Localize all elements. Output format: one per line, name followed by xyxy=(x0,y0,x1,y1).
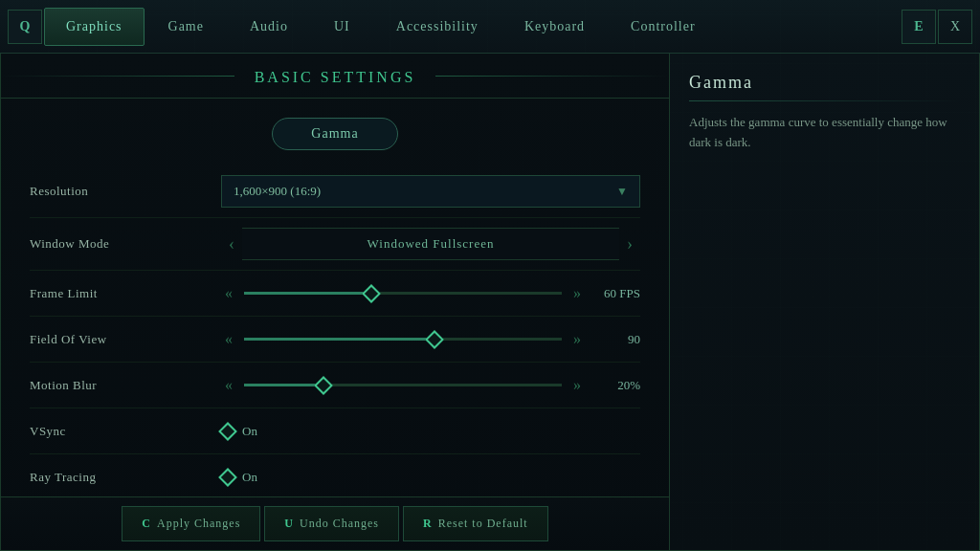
window-mode-label: Window Mode xyxy=(30,236,221,252)
ray-tracing-toggle-diamond[interactable] xyxy=(218,468,237,487)
motion-blur-label: Motion Blur xyxy=(30,378,221,393)
help-panel: Gamma Adjusts the gamma curve to essenti… xyxy=(670,54,980,551)
resolution-dropdown[interactable]: 1,600×900 (16:9) ▼ xyxy=(221,175,640,208)
resolution-label: Resolution xyxy=(30,184,221,199)
window-mode-selector: Windowed Fullscreen xyxy=(221,228,640,260)
motion-blur-thumb[interactable] xyxy=(314,376,333,395)
resolution-dropdown-arrow: ▼ xyxy=(616,185,628,199)
ray-tracing-toggle: On xyxy=(221,470,257,485)
window-mode-value: Windowed Fullscreen xyxy=(242,228,619,260)
fov-value: 90 xyxy=(592,332,640,347)
setting-row-resolution: Resolution 1,600×900 (16:9) ▼ xyxy=(30,165,640,218)
undo-changes-button[interactable]: U Undo Changes xyxy=(264,506,399,541)
frame-limit-increase[interactable] xyxy=(569,285,585,302)
motion-blur-track[interactable] xyxy=(244,384,562,386)
tab-controller[interactable]: Controller xyxy=(609,8,718,46)
close-button[interactable]: X xyxy=(938,10,972,44)
setting-row-fov: Field Of View 90 xyxy=(30,317,640,363)
tab-keyboard[interactable]: Keyboard xyxy=(502,8,607,46)
frame-limit-value: 60 FPS xyxy=(592,286,640,301)
frame-limit-control: 60 FPS xyxy=(221,285,640,302)
setting-row-ray-tracing: Ray Tracing On xyxy=(30,454,640,496)
vsync-control: On xyxy=(221,424,640,439)
panel-title: Basic Settings xyxy=(255,69,416,85)
motion-blur-increase[interactable] xyxy=(569,377,585,394)
help-divider xyxy=(689,100,960,101)
frame-limit-decrease[interactable] xyxy=(221,285,236,302)
gamma-button[interactable]: Gamma xyxy=(272,118,397,150)
motion-blur-value: 20% xyxy=(592,378,640,393)
vsync-label: VSync xyxy=(30,424,221,439)
tab-game[interactable]: Game xyxy=(146,8,226,46)
ray-tracing-control: On xyxy=(221,470,640,485)
frame-limit-fill xyxy=(244,292,371,295)
motion-blur-decrease[interactable] xyxy=(221,377,236,394)
fov-track[interactable] xyxy=(244,338,562,341)
vsync-toggle: On xyxy=(221,424,257,439)
frame-limit-thumb[interactable] xyxy=(362,284,381,303)
frame-limit-slider-container: 60 FPS xyxy=(221,285,640,302)
ray-tracing-value: On xyxy=(242,470,257,485)
vsync-toggle-diamond[interactable] xyxy=(218,422,237,441)
apply-key: C xyxy=(142,517,151,531)
undo-key: U xyxy=(284,517,294,531)
reset-label: Reset to Default xyxy=(438,517,528,531)
fov-thumb[interactable] xyxy=(425,330,444,349)
frame-limit-label: Frame Limit xyxy=(30,286,221,301)
motion-blur-control: 20% xyxy=(221,377,640,394)
tab-accessibility[interactable]: Accessibility xyxy=(374,8,501,46)
tab-ui[interactable]: UI xyxy=(312,8,372,46)
setting-row-frame-limit: Frame Limit 60 FPS xyxy=(30,271,640,317)
nav-left-icon: Q xyxy=(8,10,42,44)
reset-key: R xyxy=(423,517,433,531)
frame-limit-track[interactable] xyxy=(244,292,562,295)
window-mode-next[interactable] xyxy=(619,234,640,254)
vsync-value: On xyxy=(242,424,257,439)
setting-row-motion-blur: Motion Blur 20% xyxy=(30,363,640,408)
window-mode-control: Windowed Fullscreen xyxy=(221,228,640,260)
nav-bar: Q Graphics Game Audio UI Accessibility K… xyxy=(0,0,980,54)
settings-content[interactable]: Gamma Resolution 1,600×900 (16:9) ▼ Wind… xyxy=(1,99,669,496)
nav-right-icon: E xyxy=(902,10,936,44)
gamma-button-container: Gamma xyxy=(30,118,640,150)
fov-decrease[interactable] xyxy=(221,331,236,348)
ray-tracing-label: Ray Tracing xyxy=(30,470,221,485)
motion-blur-slider-container: 20% xyxy=(221,377,640,394)
main-layout: Basic Settings Gamma Resolution 1,600×90… xyxy=(0,54,980,551)
motion-blur-fill xyxy=(244,384,323,386)
fov-fill xyxy=(244,338,434,341)
resolution-value: 1,600×900 (16:9) xyxy=(234,184,321,199)
fov-increase[interactable] xyxy=(569,331,585,348)
resolution-control: 1,600×900 (16:9) ▼ xyxy=(221,175,640,208)
tab-graphics[interactable]: Graphics xyxy=(44,8,145,46)
help-title: Gamma xyxy=(689,73,960,93)
window-mode-prev[interactable] xyxy=(221,234,242,254)
fov-label: Field Of View xyxy=(30,332,221,347)
help-text: Adjusts the gamma curve to essentially c… xyxy=(689,113,960,153)
tab-audio[interactable]: Audio xyxy=(228,8,310,46)
settings-panel: Basic Settings Gamma Resolution 1,600×90… xyxy=(0,54,670,551)
reset-default-button[interactable]: R Reset to Default xyxy=(403,506,548,541)
setting-row-window-mode: Window Mode Windowed Fullscreen xyxy=(30,218,640,271)
bottom-bar: C Apply Changes U Undo Changes R Reset t… xyxy=(1,496,669,550)
setting-row-vsync: VSync On xyxy=(30,408,640,454)
apply-label: Apply Changes xyxy=(157,517,240,531)
undo-label: Undo Changes xyxy=(300,517,379,531)
fov-slider-container: 90 xyxy=(221,331,640,348)
fov-control: 90 xyxy=(221,331,640,348)
panel-header: Basic Settings xyxy=(1,54,669,99)
apply-changes-button[interactable]: C Apply Changes xyxy=(122,506,260,541)
